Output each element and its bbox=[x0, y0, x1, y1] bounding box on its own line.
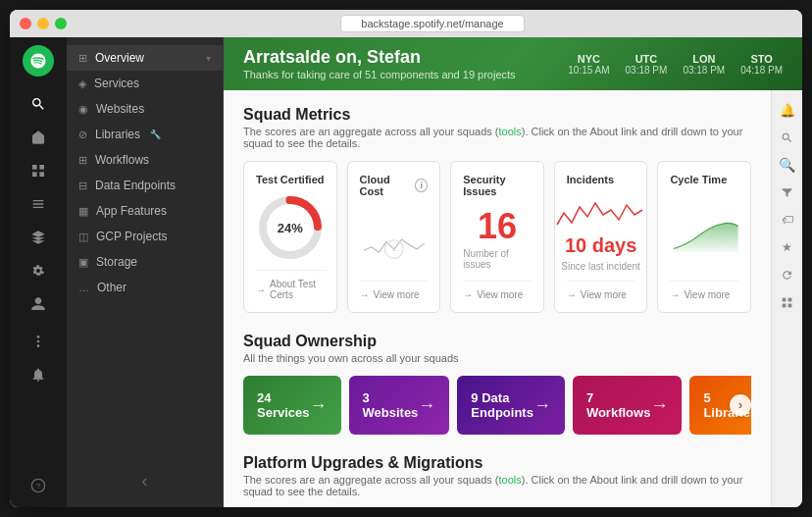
cloud-cost-info-icon[interactable]: i bbox=[415, 179, 428, 192]
sidebar-gear-icon[interactable] bbox=[21, 255, 56, 286]
spotify-logo[interactable] bbox=[23, 45, 54, 77]
cycle-time-title: Cycle Time bbox=[670, 174, 738, 185]
right-icon-bell[interactable]: 🔔 bbox=[776, 98, 799, 122]
cycle-time-footer[interactable]: → View more bbox=[670, 281, 738, 300]
nav-item-gcp-projects[interactable]: ◫ GCP Projects bbox=[67, 224, 223, 249]
url-bar[interactable]: backstage.spotify.net/manage bbox=[340, 15, 524, 32]
nav-workflows-label: Workflows bbox=[95, 153, 149, 167]
titlebar-center: backstage.spotify.net/manage bbox=[73, 15, 792, 32]
nav-item-websites[interactable]: ◉ Websites bbox=[67, 96, 223, 122]
city-sto-name: STO bbox=[740, 53, 783, 65]
websites-icon: ◉ bbox=[78, 103, 88, 116]
platform-sub: The scores are an aggregate across all y… bbox=[243, 474, 751, 497]
security-issues-label: Number of issues bbox=[463, 248, 532, 270]
svg-rect-14 bbox=[788, 297, 792, 301]
security-issues-footer[interactable]: → View more bbox=[463, 281, 532, 300]
storage-icon: ▣ bbox=[78, 256, 88, 269]
services-arrow: → bbox=[310, 395, 328, 416]
city-utc: UTC 03:18 PM bbox=[626, 53, 668, 76]
nav-item-workflows[interactable]: ⊞ Workflows bbox=[67, 147, 223, 173]
platform-title: Platform Upgrades & Migrations bbox=[243, 454, 751, 472]
right-sidebar: 🔔 🔍 🏷 ★ bbox=[771, 90, 802, 507]
squad-metrics-title: Squad Metrics bbox=[243, 106, 751, 124]
security-issues-body: 16 Number of issues bbox=[463, 205, 532, 273]
platform-tools-link[interactable]: tools bbox=[498, 474, 521, 486]
sidebar-list-icon[interactable] bbox=[21, 188, 56, 220]
sidebar-search-icon[interactable] bbox=[21, 88, 56, 120]
nav-storage-label: Storage bbox=[96, 255, 137, 269]
right-icon-refresh[interactable] bbox=[776, 263, 799, 286]
websites-arrow: → bbox=[418, 395, 435, 416]
squad-ownership-sub: All the things you own across all your s… bbox=[243, 352, 751, 364]
test-certified-footer[interactable]: → About Test Certs bbox=[256, 270, 325, 300]
city-sto: STO 04:18 PM bbox=[740, 53, 783, 76]
nav-websites-label: Websites bbox=[96, 102, 144, 116]
sidebar-bell-icon[interactable] bbox=[21, 359, 56, 390]
app-features-icon: ▦ bbox=[78, 205, 88, 218]
incidents-footer[interactable]: → View more bbox=[567, 281, 635, 300]
ownership-nav-next[interactable]: › bbox=[730, 394, 751, 416]
nav-data-endpoints-label: Data Endpoints bbox=[95, 179, 176, 192]
right-icon-search[interactable] bbox=[776, 126, 799, 149]
svg-rect-13 bbox=[783, 297, 787, 301]
cloud-cost-chart: ~ bbox=[360, 215, 429, 264]
nav-collapse-button[interactable]: ‹ bbox=[67, 463, 223, 499]
right-icon-star[interactable]: ★ bbox=[776, 235, 799, 259]
squad-metrics-tools-link[interactable]: tools bbox=[498, 126, 521, 137]
nav-services-label: Services bbox=[94, 77, 139, 90]
overview-chevron: ▾ bbox=[206, 53, 211, 64]
sidebar-dots-icon[interactable] bbox=[21, 326, 56, 357]
squad-ownership-title: Squad Ownership bbox=[243, 333, 751, 350]
city-nyc-name: NYC bbox=[568, 53, 609, 65]
ownership-card-websites[interactable]: 3 Websites → bbox=[349, 376, 450, 435]
cloud-cost-footer[interactable]: → View more bbox=[360, 281, 429, 300]
donut-value: 24% bbox=[278, 221, 303, 235]
data-endpoints-arrow: → bbox=[533, 395, 551, 416]
sidebar-grid-icon[interactable] bbox=[21, 155, 56, 186]
sidebar-home-icon[interactable] bbox=[21, 122, 56, 153]
nav-item-app-features[interactable]: ▦ App Features bbox=[67, 198, 223, 224]
main-content: Squad Metrics The scores are an aggregat… bbox=[224, 90, 771, 507]
svg-rect-0 bbox=[32, 165, 37, 170]
right-icon-zoom-in[interactable]: 🔍 bbox=[776, 153, 799, 177]
maximize-button[interactable] bbox=[55, 18, 67, 29]
ownership-card-data-endpoints[interactable]: 9 Data Endpoints → bbox=[457, 376, 565, 435]
nav-item-libraries[interactable]: ⊘ Libraries 🔧 bbox=[67, 122, 223, 147]
city-lon-time: 03:18 PM bbox=[683, 65, 725, 76]
nav-panel: ⊞ Overview ▾ ◈ Services ◉ Websites ⊘ Lib… bbox=[67, 37, 224, 507]
svg-point-6 bbox=[37, 344, 40, 347]
nav-item-data-endpoints[interactable]: ⊟ Data Endpoints bbox=[67, 173, 223, 198]
metric-card-cycle-time: Cycle Time bbox=[657, 161, 751, 313]
minimize-button[interactable] bbox=[37, 18, 49, 29]
workflows-label: 7 Workflows bbox=[586, 390, 651, 420]
city-lon: LON 03:18 PM bbox=[683, 53, 725, 76]
right-icon-filter[interactable] bbox=[776, 181, 799, 204]
ownership-card-workflows[interactable]: 7 Workflows → bbox=[573, 376, 683, 435]
incidents-title: Incidents bbox=[567, 174, 635, 185]
workflows-arrow: → bbox=[650, 395, 668, 416]
titlebar: backstage.spotify.net/manage bbox=[10, 10, 802, 37]
svg-point-5 bbox=[37, 340, 40, 343]
svg-point-4 bbox=[37, 336, 40, 338]
libraries-badge: 🔧 bbox=[150, 129, 161, 139]
cycle-time-body bbox=[670, 193, 738, 273]
sidebar-layer-icon[interactable] bbox=[21, 222, 56, 253]
header-title: Arratsalde on, Stefan bbox=[243, 47, 516, 68]
ownership-card-services[interactable]: 24 Services → bbox=[243, 376, 341, 435]
nav-item-services[interactable]: ◈ Services bbox=[67, 71, 223, 96]
city-utc-time: 03:18 PM bbox=[626, 65, 668, 76]
sidebar-settings-icon[interactable]: ? bbox=[21, 472, 56, 499]
sidebar-person-icon[interactable] bbox=[21, 288, 56, 320]
nav-item-storage[interactable]: ▣ Storage bbox=[67, 249, 223, 275]
test-certified-body: 24% bbox=[256, 193, 325, 262]
cloud-cost-title: Cloud Cost i bbox=[360, 174, 429, 197]
websites-label: 3 Websites bbox=[363, 390, 419, 420]
right-icon-tag[interactable]: 🏷 bbox=[776, 208, 799, 232]
svg-rect-15 bbox=[783, 303, 787, 307]
services-label: 24 Services bbox=[257, 390, 310, 420]
city-sto-time: 04:18 PM bbox=[740, 65, 783, 76]
right-icon-grid[interactable] bbox=[776, 290, 799, 314]
nav-item-other[interactable]: … Other bbox=[67, 275, 223, 300]
close-button[interactable] bbox=[20, 18, 31, 29]
nav-item-overview[interactable]: ⊞ Overview ▾ bbox=[67, 45, 223, 71]
